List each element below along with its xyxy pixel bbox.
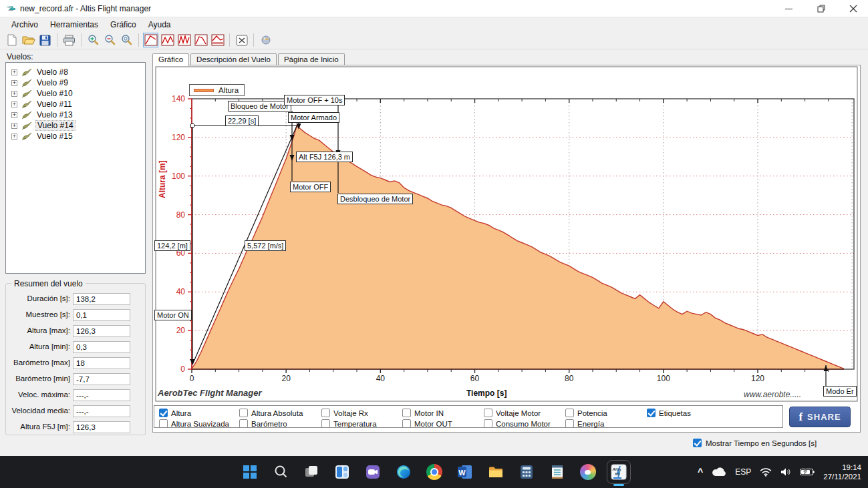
taskbar-altis-icon[interactable]: Altisfm — [611, 464, 627, 480]
tree-item-vuelo-8[interactable]: +Vuelo #8 — [11, 67, 144, 77]
new-file-button[interactable] — [4, 33, 19, 47]
tray-chevron-icon[interactable]: ^ — [698, 467, 703, 477]
summary-value-field[interactable]: 0,1 — [73, 309, 130, 321]
taskbar-task-view-icon[interactable] — [303, 464, 319, 480]
chart-view-2-button[interactable] — [160, 33, 175, 47]
export-button[interactable] — [258, 33, 273, 47]
language-indicator[interactable]: ESP — [735, 467, 751, 477]
checkbox-altura-absoluta[interactable]: Altura Absoluta — [239, 409, 303, 417]
close-button[interactable] — [838, 0, 868, 17]
show-time-seconds-checkbox[interactable] — [693, 439, 702, 447]
speaker-icon[interactable] — [780, 467, 791, 477]
facebook-share-button[interactable]: f SHARE — [789, 407, 851, 427]
chart-view-1-button[interactable] — [143, 33, 158, 47]
taskbar-search-icon[interactable] — [273, 464, 289, 480]
menu-ayuda[interactable]: Ayuda — [142, 18, 177, 31]
expand-icon[interactable]: + — [11, 134, 17, 140]
summary-value-field[interactable]: ---,- — [73, 389, 130, 401]
zoom-reset-button[interactable] — [119, 33, 134, 47]
chart-view-3-button[interactable] — [176, 33, 192, 47]
glider-icon — [21, 132, 33, 141]
tree-item-vuelo-9[interactable]: +Vuelo #9 — [11, 77, 144, 88]
expand-icon[interactable]: + — [11, 123, 17, 129]
menu-grafico[interactable]: Gráfico — [104, 18, 142, 31]
checkbox-box[interactable] — [159, 419, 168, 428]
tree-item-vuelo-11[interactable]: +Vuelo #11 — [11, 99, 144, 109]
checkbox-box[interactable] — [321, 419, 330, 428]
checkbox-motor-in[interactable]: Motor IN — [402, 409, 444, 417]
chart-view-4-button[interactable] — [193, 33, 208, 47]
taskbar-notepad-icon[interactable] — [549, 464, 565, 480]
checkbox-box[interactable] — [565, 409, 574, 417]
print-button[interactable] — [61, 33, 77, 47]
taskbar-clock[interactable]: 19:14 27/11/2021 — [823, 463, 861, 481]
expand-icon[interactable]: + — [11, 91, 17, 97]
expand-icon[interactable]: + — [11, 80, 17, 86]
show-time-seconds-option[interactable]: Mostrar Tiempo en Segundos [s] — [693, 439, 817, 447]
checkbox-box[interactable] — [565, 419, 574, 428]
save-button[interactable] — [37, 33, 53, 47]
checkbox-box[interactable] — [402, 409, 411, 417]
checkbox-altura-suavizada[interactable]: Altura Suavizada — [159, 419, 229, 428]
delete-chart-button[interactable] — [234, 33, 249, 47]
flights-tree[interactable]: +Vuelo #8+Vuelo #9+Vuelo #10+Vuelo #11+V… — [5, 62, 146, 274]
taskbar-start-icon[interactable] — [242, 464, 258, 480]
checkbox-box[interactable] — [484, 409, 492, 417]
checkbox-motor-out[interactable]: Motor OUT — [402, 419, 452, 428]
tab-descripcion-del-vuelo[interactable]: Descripción del Vuelo — [190, 53, 277, 65]
summary-value-field[interactable]: 0,3 — [73, 341, 130, 353]
tree-item-vuelo-15[interactable]: +Vuelo #15 — [11, 131, 144, 142]
checkbox-box[interactable] — [321, 409, 330, 417]
checkbox-energia[interactable]: Energía — [565, 419, 604, 428]
taskbar-word-icon[interactable]: W — [457, 464, 473, 480]
tree-item-vuelo-14[interactable]: +Vuelo #14 — [11, 120, 144, 131]
taskbar-widgets-icon[interactable] — [334, 464, 350, 480]
checkbox-etiquetas[interactable]: Etiquetas — [647, 409, 691, 417]
summary-value-field[interactable]: 126,3 — [73, 421, 130, 433]
taskbar-chat-icon[interactable] — [365, 464, 381, 480]
restore-button[interactable] — [806, 0, 836, 17]
battery-icon[interactable] — [800, 468, 815, 476]
zoom-out-button[interactable] — [102, 33, 118, 47]
summary-value-field[interactable]: 138,2 — [73, 293, 130, 305]
menu-archivo[interactable]: Archivo — [5, 18, 44, 31]
checkbox-box[interactable] — [159, 409, 168, 417]
checkbox-potencia[interactable]: Potencia — [565, 409, 607, 417]
onedrive-cloud-icon[interactable] — [712, 467, 726, 477]
checkbox-altura[interactable]: Altura — [159, 409, 191, 417]
summary-value-field[interactable]: -7,7 — [73, 373, 130, 385]
checkbox-voltaje-motor[interactable]: Voltaje Motor — [484, 409, 541, 417]
summary-value-field[interactable]: ---,- — [73, 405, 130, 417]
taskbar-chrome-icon[interactable] — [426, 464, 442, 480]
expand-icon[interactable]: + — [11, 112, 17, 118]
checkbox-box[interactable] — [647, 409, 656, 417]
altitude-chart[interactable]: Vuelo #14 Altura [m] 0204060801001200204… — [152, 65, 861, 405]
chart-view-5-button[interactable] — [210, 33, 225, 47]
checkbox-box[interactable] — [239, 409, 248, 417]
taskbar-calculator-icon[interactable] — [519, 464, 535, 480]
zoom-in-button[interactable] — [86, 33, 101, 47]
expand-icon[interactable]: + — [11, 101, 17, 107]
taskbar-explorer-icon[interactable] — [488, 464, 504, 480]
checkbox-consumo-motor[interactable]: Consumo Motor — [484, 419, 551, 428]
checkbox-box[interactable] — [484, 419, 492, 428]
expand-icon[interactable]: + — [11, 69, 17, 75]
summary-value-field[interactable]: 18 — [73, 357, 130, 369]
tab-pagina-de-inicio[interactable]: Página de Inicio — [278, 53, 345, 65]
checkbox-box[interactable] — [402, 419, 411, 428]
tab-grafico[interactable]: Gráfico — [152, 53, 189, 66]
menu-herramientas[interactable]: Herramientas — [44, 18, 104, 31]
checkbox-box[interactable] — [239, 419, 248, 428]
minimize-button[interactable] — [774, 0, 804, 17]
tree-item-vuelo-13[interactable]: +Vuelo #13 — [11, 109, 144, 120]
checkbox-voltaje-rx[interactable]: Voltaje Rx — [321, 409, 368, 417]
taskbar-paint-icon[interactable] — [580, 464, 596, 480]
wifi-icon[interactable] — [760, 467, 772, 477]
checkbox-temperatura[interactable]: Temperatura — [321, 419, 377, 428]
open-folder-button[interactable] — [21, 33, 36, 47]
summary-value-field[interactable]: 126,3 — [73, 325, 130, 337]
tree-item-vuelo-10[interactable]: +Vuelo #10 — [11, 88, 144, 99]
taskbar-edge-icon[interactable] — [396, 464, 412, 480]
checkbox-label: Energía — [577, 420, 604, 428]
checkbox-barometro[interactable]: Barómetro — [239, 419, 287, 428]
